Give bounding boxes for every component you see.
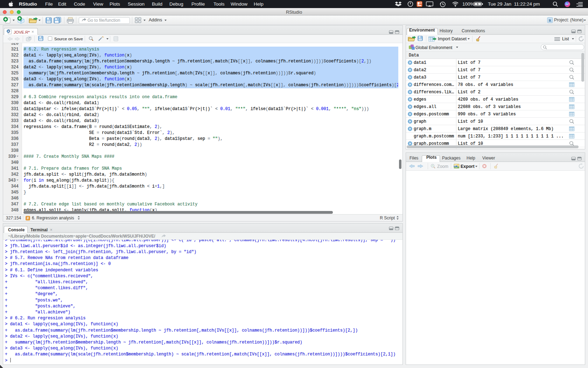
- svg-text:R: R: [549, 18, 552, 22]
- svg-text:R: R: [7, 30, 9, 33]
